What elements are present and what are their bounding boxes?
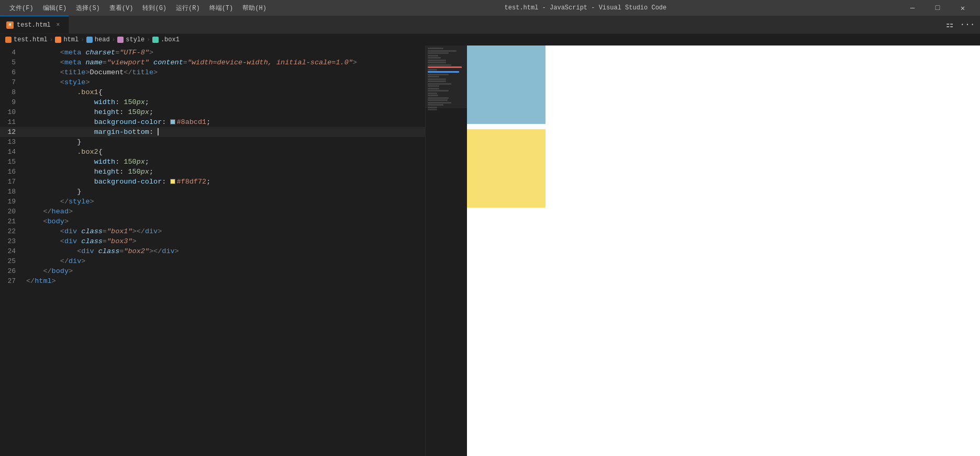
box2-preview [467,129,545,208]
menu-view[interactable]: 查看(V) [105,3,138,14]
breadcrumb-html[interactable]: html [55,36,79,43]
menu-run[interactable]: 运行(R) [172,3,204,14]
line-content-22: <div class="box1"></div> [26,226,425,236]
code-line-16: 16 height: 150px; [0,167,425,177]
tab-close-button[interactable]: × [54,21,62,29]
code-line-12: 12 margin-bottom: [0,127,425,137]
line-content-27: </html> [26,276,425,286]
menu-file[interactable]: 文件(F) [5,3,38,14]
breadcrumb-file[interactable]: test.html [5,36,48,43]
code-editor[interactable]: 4 <meta charset="UTF-8">5 <meta name="vi… [0,45,425,456]
color-swatch [170,119,175,124]
window-title: test.html - JavaScript - Visual Studio C… [271,4,900,12]
close-button[interactable]: ✕ [951,0,975,16]
breadcrumb-class[interactable]: .box1 [152,36,180,43]
menu-goto[interactable]: 转到(G) [138,3,171,14]
code-line-6: 6 <title>Document</title> [0,67,425,77]
breadcrumb-style-label: style [126,36,144,43]
line-number-12: 12 [0,127,26,137]
main-area: 4 <meta charset="UTF-8">5 <meta name="vi… [0,45,980,456]
line-content-11: background-color: #8abcd1; [26,117,425,127]
code-line-24: 24 <div class="box2"></div> [0,246,425,256]
head-icon [86,37,93,43]
maximize-button[interactable]: □ [926,0,950,16]
menu-edit[interactable]: 编辑(E) [39,3,71,14]
menu-bar[interactable]: 文件(F) 编辑(E) 选择(S) 查看(V) 转到(G) 运行(R) 终端(T… [5,3,271,14]
breadcrumb-head[interactable]: head [86,36,110,43]
code-line-17: 17 background-color: #f8df72; [0,177,425,187]
code-line-25: 25 </div> [0,256,425,266]
tab-file-icon: H [6,21,14,29]
color-swatch [170,179,175,184]
breadcrumb-sep-3: › [112,37,116,43]
code-line-5: 5 <meta name="viewport" content="width=d… [0,58,425,67]
html-icon [55,37,61,43]
line-number-23: 23 [0,236,26,246]
line-content-18: } [26,187,425,197]
line-number-15: 15 [0,157,26,167]
code-line-7: 7 <style> [0,77,425,87]
line-content-4: <meta charset="UTF-8"> [26,48,425,58]
line-content-23: <div class="box3"> [26,236,425,246]
breadcrumb-style[interactable]: style [117,36,144,43]
line-content-15: width: 150px; [26,157,425,167]
code-line-18: 18 } [0,187,425,197]
line-number-24: 24 [0,246,26,256]
menu-help[interactable]: 帮助(H) [238,3,271,14]
line-number-9: 9 [0,97,26,107]
line-content-25: </div> [26,256,425,266]
title-bar: 文件(F) 编辑(E) 选择(S) 查看(V) 转到(G) 运行(R) 终端(T… [0,0,980,16]
preview-content [467,45,980,456]
code-line-26: 26 </body> [0,266,425,276]
code-line-9: 9 width: 150px; [0,97,425,107]
code-line-11: 11 background-color: #8abcd1; [0,117,425,127]
file-icon [5,37,12,43]
code-line-23: 23 <div class="box3"> [0,236,425,246]
split-editor-button[interactable]: ⚏ [942,17,957,32]
line-content-17: background-color: #f8df72; [26,177,425,187]
minimap-highlight [426,45,467,108]
line-number-22: 22 [0,226,26,236]
line-number-27: 27 [0,276,26,286]
line-content-24: <div class="box2"></div> [26,246,425,256]
line-content-8: .box1{ [26,87,425,97]
line-number-16: 16 [0,167,26,177]
breadcrumb-head-label: head [95,36,110,43]
code-line-21: 21 <body> [0,216,425,226]
code-line-4: 4 <meta charset="UTF-8"> [0,48,425,58]
breadcrumb-sep-2: › [81,37,84,43]
line-number-19: 19 [0,197,26,207]
line-content-16: height: 150px; [26,167,425,177]
line-number-14: 14 [0,147,26,157]
code-line-20: 20 </head> [0,207,425,216]
class-icon [152,37,159,43]
style-icon [117,37,124,43]
menu-select[interactable]: 选择(S) [72,3,104,14]
line-number-21: 21 [0,216,26,226]
line-number-7: 7 [0,77,26,87]
text-cursor [158,128,159,135]
code-line-8: 8 .box1{ [0,87,425,97]
line-content-19: </style> [26,197,425,207]
box1-preview [467,45,545,124]
tab-actions: ⚏ ··· [942,16,980,33]
line-content-7: <style> [26,77,425,87]
line-number-6: 6 [0,67,26,77]
editor-pane[interactable]: 4 <meta charset="UTF-8">5 <meta name="vi… [0,45,425,456]
more-actions-button[interactable]: ··· [960,17,975,32]
menu-terminal[interactable]: 终端(T) [205,3,238,14]
code-line-19: 19 </style> [0,197,425,207]
line-number-5: 5 [0,58,26,67]
window-controls[interactable]: — □ ✕ [900,0,975,16]
line-number-20: 20 [0,207,26,216]
line-number-25: 25 [0,256,26,266]
line-number-18: 18 [0,187,26,197]
line-number-11: 11 [0,117,26,127]
tab-test-html[interactable]: H test.html × [0,16,69,33]
breadcrumb-file-label: test.html [14,36,48,43]
minimize-button[interactable]: — [900,0,925,16]
breadcrumb-sep-4: › [147,37,150,43]
line-content-26: </body> [26,266,425,276]
preview-pane [467,45,980,456]
breadcrumb: test.html › html › head › style › .box1 [0,34,980,45]
